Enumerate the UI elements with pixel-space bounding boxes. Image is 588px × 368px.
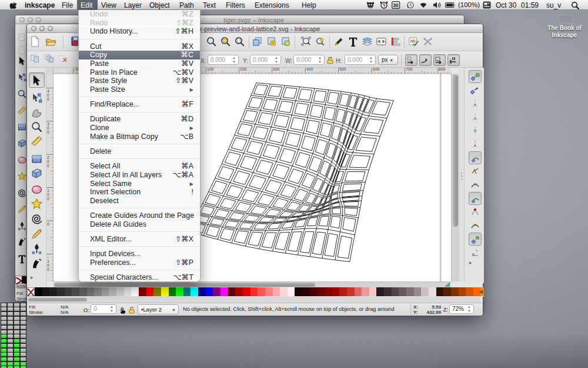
- svg-text:ab: ab: [410, 38, 415, 44]
- svg-text:30: 30: [393, 2, 399, 8]
